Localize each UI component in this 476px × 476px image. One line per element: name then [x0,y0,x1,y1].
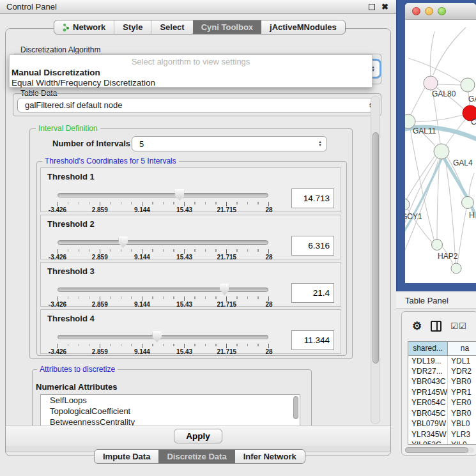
panel-scrollbar-thumb[interactable] [372,132,379,364]
slider-thumb[interactable] [220,284,229,295]
table-data-combobox[interactable]: galFiltered.sif default node ▲▼ [17,98,378,112]
slider-thumb[interactable] [118,236,128,248]
checkbox-icons[interactable]: ☑☑ [450,321,466,331]
network-edge[interactable] [457,208,466,263]
tab-network[interactable]: Network [54,20,114,34]
slider-thumb[interactable] [175,189,185,201]
table-cell[interactable]: YBR045C [408,408,448,419]
minimize-traffic-light-icon[interactable] [425,7,433,15]
tab-infer-network[interactable]: Infer Network [235,450,305,463]
threshold-slider[interactable]: -3.4262.8599.14415.4321.71528 [58,286,269,306]
tab-impute-data[interactable]: Impute Data [95,450,158,463]
attribute-list-item[interactable]: TopologicalCoefficient [41,406,300,417]
network-edge[interactable] [437,159,440,239]
network-node[interactable] [432,240,443,250]
threshold-slider[interactable]: -3.4262.8599.14415.4321.71528 [58,191,269,211]
slider-track[interactable] [58,193,268,197]
threshold-slider[interactable]: -3.4262.8599.14415.4321.71528 [58,333,269,353]
network-edge[interactable] [406,157,434,199]
table-row[interactable]: YER054CYER0 [408,397,476,408]
table-cell[interactable]: YPR145W [408,387,448,398]
tab-cyni-toolbox[interactable]: Cyni Toolbox [193,20,261,34]
number-of-intervals-combobox[interactable]: 5 ▲▼ [132,136,327,151]
close-icon[interactable]: ✖ [381,2,388,12]
tab-style[interactable]: Style [114,20,151,34]
network-edge[interactable] [415,115,463,121]
network-node[interactable] [461,78,475,92]
table-cell[interactable]: YER0 [448,397,476,408]
tick-label: 2.859 [92,348,108,355]
table-row[interactable]: YPR145WYPR1 [408,387,476,398]
table-row[interactable]: YLR345WYLR3 [408,429,476,440]
table-row[interactable]: YDL19...YDL1 [408,355,476,366]
table-cell[interactable]: YBR043C [408,376,448,387]
table-row[interactable]: YIL052CYIL0 [408,440,476,445]
algorithm-option[interactable]: Manual Discretization [10,68,372,78]
table-row[interactable]: YBR045CYBR0 [408,408,476,419]
tab-select[interactable]: Select [151,20,192,34]
slider-track[interactable] [58,335,268,339]
tick-label: 9.144 [134,348,150,355]
network-node[interactable] [424,76,438,90]
number-of-intervals-label: Number of Intervals [52,139,130,148]
slider-thumb[interactable] [152,331,162,342]
threshold-value-input[interactable] [291,188,334,208]
tick-label: 28 [265,348,272,355]
apply-button[interactable]: Apply [174,429,222,443]
network-node[interactable] [405,199,410,210]
table-cell[interactable]: YPR1 [448,387,476,398]
zoom-traffic-light-icon[interactable] [438,7,446,15]
table-hscrollbar-thumb[interactable] [405,447,468,453]
tab-discretize-data[interactable]: Discretize Data [158,450,234,463]
table-column-header[interactable]: shared... [408,342,448,355]
tab-jactivemnodules[interactable]: jActiveMNodules [261,20,345,34]
table-cell[interactable]: YDR2 [448,366,476,377]
network-node[interactable] [451,263,461,273]
float-window-icon[interactable] [369,4,375,10]
network-edge[interactable] [411,88,425,114]
tick-label: 9.144 [134,301,150,308]
table-row[interactable]: YBL079WYBL0 [408,418,476,429]
attributes-scrollbar[interactable] [293,396,298,419]
network-edge[interactable] [433,27,466,75]
table-cell[interactable]: YLR3 [448,429,476,440]
numerical-attributes-list[interactable]: SelfLoopsTopologicalCoefficientBetweenne… [40,394,300,426]
table-cell[interactable]: YDL19... [408,355,448,366]
table-cell[interactable]: YBR0 [448,408,476,419]
table-cell[interactable]: YBR0 [448,376,476,387]
table-hscrollbar[interactable] [405,447,474,453]
algorithm-option[interactable]: Equal Width/Frequency Discretization [10,78,372,88]
node-table[interactable]: shared...na YDL19...YDL1YDR27...YDR2YBR0… [408,341,476,445]
network-node[interactable] [462,197,474,209]
network-heavy-edge[interactable] [405,158,442,234]
table-row[interactable]: YDR27...YDR2 [408,366,476,377]
table-cell[interactable]: YBL079W [408,418,448,429]
columns-icon[interactable] [431,321,441,332]
threshold-value-input[interactable] [291,236,334,256]
attribute-list-item[interactable]: SelfLoops [41,395,300,406]
network-edge[interactable] [437,84,461,85]
table-cell[interactable]: YER054C [408,397,448,408]
table-cell[interactable]: YDL1 [448,355,476,366]
table-cell[interactable]: YDR27... [408,366,448,377]
table-cell[interactable]: YIL052C [408,440,448,445]
table-column-header[interactable]: na [448,342,476,355]
network-edge[interactable] [430,31,434,76]
close-traffic-light-icon[interactable] [412,7,420,15]
table-cell[interactable]: YIL0 [448,440,476,445]
network-node[interactable] [434,144,449,159]
threshold-slider[interactable]: -3.4262.8599.14415.4321.71528 [58,238,269,259]
network-edge[interactable] [469,173,474,197]
gear-icon[interactable]: ⚙ [412,319,422,333]
network-canvas[interactable]: GAL80GACGAL11GAL4HGCY1HAP2 [405,20,476,283]
threshold-value-input[interactable] [291,330,334,350]
table-cell[interactable]: YLR345W [408,429,448,440]
cyni-bottom-tabbar: Impute DataDiscretize DataInfer Network [94,449,305,464]
table-row[interactable]: YBR043CYBR0 [408,376,476,387]
network-window-titlebar[interactable] [405,3,476,20]
slider-track[interactable] [58,240,268,245]
table-cell[interactable]: YBL0 [448,418,476,429]
threshold-value-input[interactable] [291,283,334,303]
slider-track[interactable] [58,288,268,292]
attribute-list-item[interactable]: BetweennessCentrality [41,417,300,426]
